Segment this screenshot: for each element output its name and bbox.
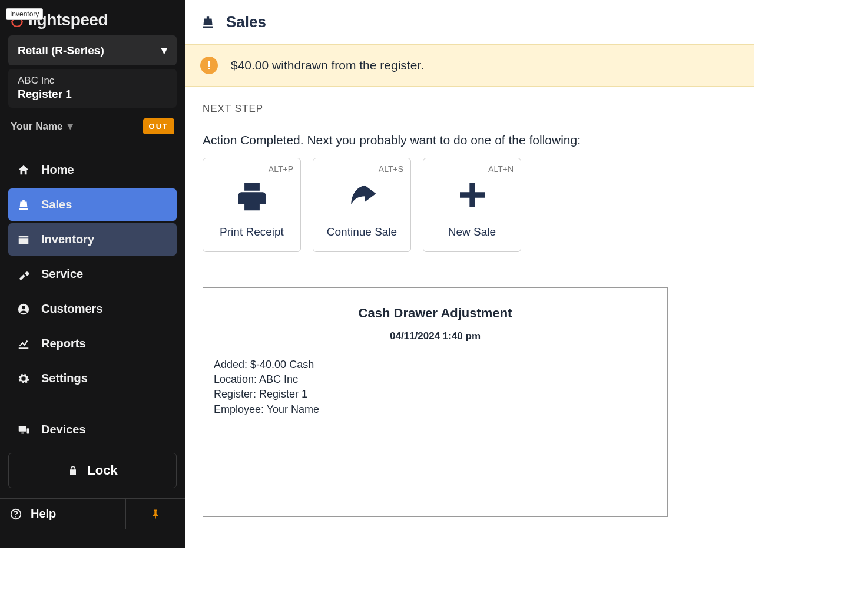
home-icon [16, 164, 31, 177]
shortcut-label: ALT+P [269, 164, 293, 174]
help-label: Help [31, 507, 56, 521]
nav-settings[interactable]: Settings [8, 362, 177, 395]
nav-sales-label: Sales [41, 198, 72, 211]
nav-sales[interactable]: Sales [8, 188, 177, 221]
product-selector-label: Retail (R-Series) [18, 44, 104, 57]
lock-button[interactable]: Lock [8, 453, 177, 488]
next-step-label: NEXT STEP [203, 103, 736, 121]
receipt-datetime: 04/11/2024 1:40 pm [214, 330, 657, 342]
svg-rect-1 [19, 236, 29, 237]
receipt-register-label: Register: [214, 388, 256, 400]
receipt-employee-value: Your Name [267, 403, 319, 415]
user-name-label: Your Name [11, 121, 63, 133]
alert-icon: ! [200, 57, 218, 74]
gear-icon [16, 372, 31, 385]
caret-down-icon: ▾ [68, 120, 73, 133]
main-nav: Home Sales Inventory Service [0, 145, 185, 448]
svg-rect-5 [21, 432, 24, 433]
print-receipt-label: Print Receipt [220, 226, 284, 239]
inventory-icon [16, 233, 31, 246]
nav-reports[interactable]: Reports [8, 327, 177, 360]
company-name: ABC Inc [18, 75, 167, 87]
svg-rect-6 [27, 428, 29, 433]
pin-button[interactable] [126, 499, 185, 529]
receipt-added-label: Added: [214, 359, 247, 370]
location-register-block[interactable]: ABC Inc Register 1 [8, 69, 177, 108]
service-icon [16, 268, 31, 281]
nav-customers-label: Customers [41, 302, 102, 316]
receipt-location-label: Location: [214, 373, 257, 385]
new-sale-button[interactable]: ALT+N New Sale [423, 158, 521, 252]
receipt-panel: Cash Drawer Adjustment 04/11/2024 1:40 p… [203, 287, 668, 517]
devices-icon [16, 423, 31, 436]
receipt-details: Added: $-40.00 Cash Location: ABC Inc Re… [214, 357, 657, 417]
continue-sale-label: Continue Sale [327, 226, 397, 239]
nav-devices[interactable]: Devices [8, 413, 177, 446]
receipt-added-value: $-40.00 Cash [250, 359, 314, 370]
main-content: Sales ! $40.00 withdrawn from the regist… [185, 0, 754, 548]
nav-service[interactable]: Service [8, 258, 177, 290]
sidebar: Inventory lightspeed Retail (R-Series) ▾… [0, 0, 185, 548]
nav-devices-label: Devices [41, 423, 86, 436]
shortcut-label: ALT+N [488, 164, 514, 174]
register-icon [200, 15, 216, 30]
lock-label: Lock [87, 463, 117, 478]
nav-settings-label: Settings [41, 372, 88, 385]
notification-banner: ! $40.00 withdrawn from the register. [185, 44, 754, 87]
chevron-down-icon: ▾ [161, 44, 167, 57]
notification-text: $40.00 withdrawn from the register. [231, 58, 424, 72]
plus-icon [456, 178, 489, 211]
pin-icon [150, 507, 161, 521]
product-selector[interactable]: Retail (R-Series) ▾ [8, 35, 177, 65]
continue-sale-button[interactable]: ALT+S Continue Sale [313, 158, 411, 252]
nav-reports-label: Reports [41, 337, 86, 350]
page-header: Sales [185, 0, 754, 44]
register-icon [16, 198, 31, 211]
clock-out-badge[interactable]: OUT [143, 118, 174, 134]
nav-home[interactable]: Home [8, 154, 177, 186]
nav-inventory-label: Inventory [41, 233, 94, 246]
reports-icon [16, 337, 31, 350]
customers-icon [16, 303, 31, 316]
new-sale-label: New Sale [448, 226, 496, 239]
nav-service-label: Service [41, 267, 83, 281]
nav-customers[interactable]: Customers [8, 293, 177, 325]
svg-rect-0 [19, 238, 29, 244]
print-receipt-button[interactable]: ALT+P Print Receipt [203, 158, 301, 252]
receipt-title: Cash Drawer Adjustment [214, 306, 657, 321]
svg-rect-4 [19, 426, 26, 431]
tooltip-inventory: Inventory [6, 8, 43, 20]
lock-icon [67, 465, 79, 476]
user-menu[interactable]: Your Name ▾ [11, 120, 73, 133]
help-button[interactable]: Help [0, 499, 126, 529]
printer-icon [234, 178, 270, 215]
svg-point-3 [22, 306, 25, 309]
nav-home-label: Home [41, 163, 74, 177]
receipt-employee-label: Employee: [214, 403, 264, 415]
help-icon [9, 508, 22, 521]
shortcut-label: ALT+S [379, 164, 403, 174]
receipt-location-value: ABC Inc [259, 373, 298, 385]
page-title: Sales [226, 13, 266, 31]
svg-point-8 [15, 516, 16, 517]
share-arrow-icon [342, 178, 382, 211]
next-step-instruction: Action Completed. Next you probably want… [203, 133, 736, 147]
register-name: Register 1 [18, 88, 167, 101]
receipt-register-value: Register 1 [259, 388, 307, 400]
nav-inventory[interactable]: Inventory [8, 223, 177, 256]
